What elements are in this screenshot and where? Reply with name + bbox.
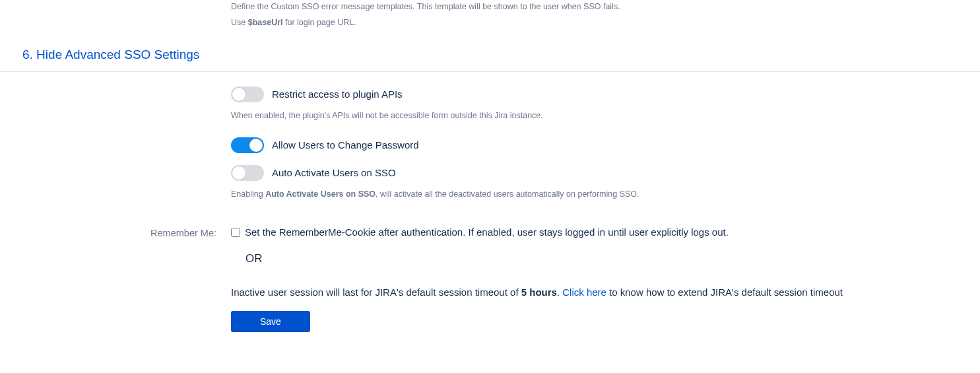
sso-error-help-line2: Use $baseUrl for login page URL. <box>231 16 980 30</box>
auto-activate-row: Auto Activate Users on SSO <box>231 165 980 181</box>
restrict-api-toggle[interactable] <box>231 86 264 102</box>
auto-activate-help: Enabling Auto Activate Users on SSO, wil… <box>231 187 980 201</box>
sso-error-help-line2-suffix: for login page URL. <box>283 18 356 27</box>
save-button[interactable]: Save <box>231 311 310 332</box>
remember-me-row: Remember Me: Set the RememberMe-Cookie a… <box>0 226 980 265</box>
sso-error-help-line2-prefix: Use <box>231 18 248 27</box>
toggle-knob <box>232 88 245 101</box>
session-mid: . <box>557 287 562 298</box>
change-password-row: Allow Users to Change Password <box>231 137 980 153</box>
advanced-settings-section-header: 6. Hide Advanced SSO Settings <box>0 48 980 72</box>
toggle-knob <box>249 139 263 152</box>
remember-me-label: Remember Me: <box>0 226 231 238</box>
auto-activate-help-bold: Auto Activate Users on SSO <box>265 189 376 199</box>
remember-me-checkbox-text: Set the RememberMe-Cookie after authenti… <box>245 226 729 238</box>
restrict-api-row: Restrict access to plugin APIs <box>231 86 980 102</box>
restrict-api-label: Restrict access to plugin APIs <box>272 88 403 100</box>
sso-error-help-line1: Define the Custom SSO error message temp… <box>231 0 980 14</box>
remember-me-checkbox-row[interactable]: Set the RememberMe-Cookie after authenti… <box>231 226 980 238</box>
session-extend-link[interactable]: Click here <box>562 287 606 298</box>
session-bold: 5 hours <box>521 287 557 298</box>
change-password-label: Allow Users to Change Password <box>272 139 419 151</box>
remember-me-or: OR <box>245 252 980 265</box>
remember-me-checkbox[interactable] <box>231 228 240 237</box>
auto-activate-help-prefix: Enabling <box>231 189 265 199</box>
auto-activate-help-suffix: , will activate all the deactivated user… <box>376 189 639 199</box>
auto-activate-label: Auto Activate Users on SSO <box>272 167 396 178</box>
toggle-knob <box>232 166 245 180</box>
sso-error-help-line2-bold: $baseUrl <box>248 18 283 27</box>
session-prefix: Inactive user session will last for JIRA… <box>231 287 521 298</box>
advanced-settings-toggle-link[interactable]: 6. Hide Advanced SSO Settings <box>0 48 980 65</box>
session-suffix: to know how to extend JIRA's default ses… <box>606 287 843 298</box>
restrict-api-help: When enabled, the plugin's APIs will not… <box>231 109 980 123</box>
change-password-toggle[interactable] <box>231 137 264 153</box>
auto-activate-toggle[interactable] <box>231 165 264 181</box>
session-timeout-text: Inactive user session will last for JIRA… <box>231 287 980 298</box>
